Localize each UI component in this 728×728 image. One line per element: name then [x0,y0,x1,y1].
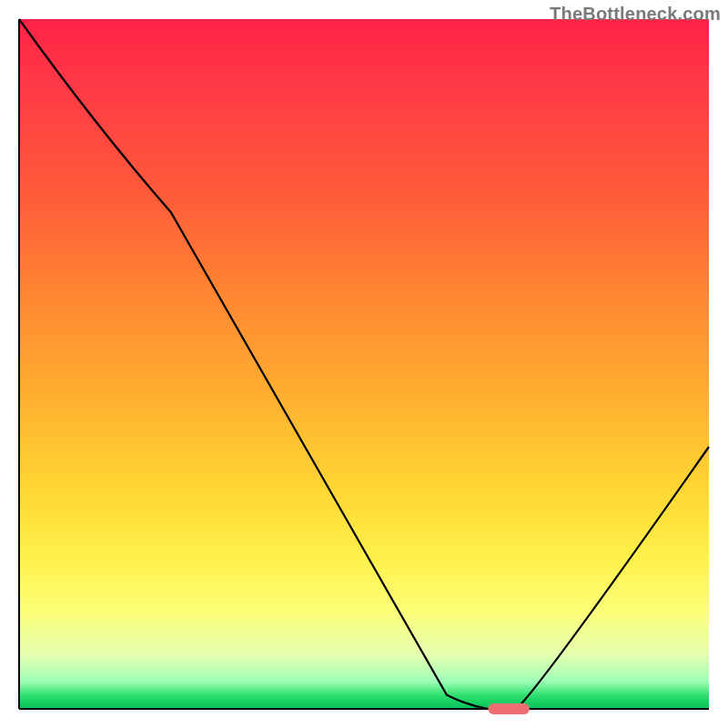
optimal-marker [488,703,530,714]
chart-svg [0,0,728,728]
attribution-text: TheBottleneck.com [550,4,721,25]
bottleneck-chart: TheBottleneck.com [0,0,728,728]
bottleneck-curve [19,19,709,709]
